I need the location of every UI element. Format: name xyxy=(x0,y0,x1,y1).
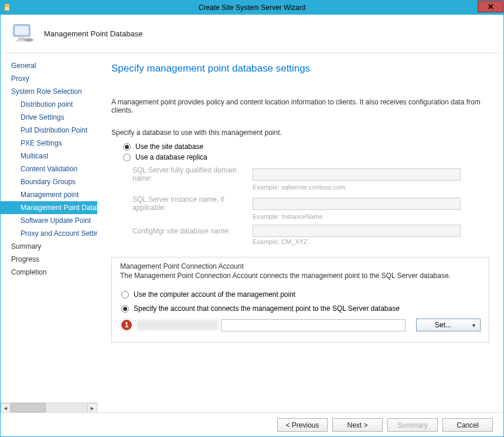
radio-icon xyxy=(123,154,131,161)
db-prompt: Specify a database to use with this mana… xyxy=(111,128,489,137)
radio-label: Use a database replica xyxy=(135,153,207,161)
svg-point-7 xyxy=(24,38,33,42)
nav-proxy-account[interactable]: Proxy and Account Settings xyxy=(1,227,97,240)
wizard-footer: < Previous Next > Summary Cancel xyxy=(1,412,503,437)
nav-multicast[interactable]: Multicast xyxy=(1,150,97,162)
svg-rect-2 xyxy=(5,6,9,7)
page-description: A management point provides policy and c… xyxy=(111,98,489,114)
cancel-button[interactable]: Cancel xyxy=(442,418,493,432)
radio-label: Use the site database xyxy=(135,143,203,151)
summary-button: Summary xyxy=(387,418,438,432)
nav-system-role[interactable]: System Role Selection xyxy=(1,85,97,98)
nav-mgmt-point[interactable]: Management point xyxy=(1,188,97,201)
sitedb-label: ConfigMgr site database name: xyxy=(132,227,253,235)
annotation-badge: 1 xyxy=(120,319,133,331)
app-icon xyxy=(3,3,12,12)
fqdn-example: Example: sqlserver.contoso.com xyxy=(253,184,489,191)
scroll-left-button[interactable]: ◄ xyxy=(1,403,11,412)
radio-icon xyxy=(121,291,129,299)
nav-progress[interactable]: Progress xyxy=(1,253,97,266)
monitor-icon xyxy=(10,21,36,47)
radio-computer-account[interactable]: Use the computer account of the manageme… xyxy=(121,290,481,299)
nav-drive-settings[interactable]: Drive Settings xyxy=(1,111,97,124)
set-button-label: Set... xyxy=(435,321,451,329)
radio-label: Use the computer account of the manageme… xyxy=(134,290,295,299)
nav-summary[interactable]: Summary xyxy=(1,240,97,253)
conn-desc: The Management Point Connection Account … xyxy=(120,272,481,280)
instance-input xyxy=(253,198,461,210)
radio-site-db[interactable]: Use the site database xyxy=(123,143,489,151)
scroll-right-button[interactable]: ► xyxy=(87,403,97,412)
nav-pull-dist[interactable]: Pull Distribution Point xyxy=(1,124,97,137)
account-input[interactable] xyxy=(221,319,406,331)
sitedb-example: Example: CM_XYZ xyxy=(253,238,489,245)
nav-mgmt-point-db[interactable]: Management Point Database xyxy=(1,201,97,214)
wizard-sidebar: General Proxy System Role Selection Dist… xyxy=(1,53,97,412)
radio-icon xyxy=(123,143,131,151)
conn-legend: Management Point Connection Account xyxy=(120,262,481,270)
radio-icon xyxy=(121,305,129,313)
svg-rect-0 xyxy=(5,4,9,11)
window-title: Create Site System Server Wizard xyxy=(199,4,306,12)
radio-label: Specify the account that connects the ma… xyxy=(134,304,400,313)
next-button[interactable]: Next > xyxy=(332,418,383,432)
connection-account-group: Management Point Connection Account The … xyxy=(111,257,489,343)
sitedb-input xyxy=(253,225,461,237)
nav-proxy[interactable]: Proxy xyxy=(1,72,97,85)
instance-example: Example: InstanceName xyxy=(253,213,489,220)
fqdn-label: SQL Server fully qualified domain name: xyxy=(132,166,253,182)
svg-rect-1 xyxy=(5,5,9,6)
close-button[interactable]: ✕ xyxy=(478,1,503,12)
page-title: Specify management point database settin… xyxy=(111,63,489,74)
wizard-main: Specify management point database settin… xyxy=(97,53,503,412)
wizard-header: Management Point Database xyxy=(1,15,503,53)
nav-boundary-groups[interactable]: Boundary Groups xyxy=(1,175,97,188)
nav-sup[interactable]: Software Update Point xyxy=(1,214,97,227)
set-button[interactable]: Set... xyxy=(416,319,481,331)
svg-rect-4 xyxy=(15,26,28,35)
instance-label: SQL Server instance name, if applicable: xyxy=(132,195,253,212)
fqdn-input xyxy=(253,168,461,181)
previous-button[interactable]: < Previous xyxy=(277,418,328,432)
nav-completion[interactable]: Completion xyxy=(1,266,97,279)
nav-content-validation[interactable]: Content Validation xyxy=(1,162,97,175)
titlebar: Create Site System Server Wizard ✕ xyxy=(1,1,503,15)
sidebar-scrollbar[interactable]: ◄ ► xyxy=(1,402,97,412)
nav-pxe[interactable]: PXE Settings xyxy=(1,137,97,150)
nav-general[interactable]: General xyxy=(1,59,97,72)
scroll-thumb[interactable] xyxy=(11,403,46,412)
radio-replica[interactable]: Use a database replica xyxy=(123,153,489,161)
account-name-redacted xyxy=(137,320,219,330)
page-header-title: Management Point Database xyxy=(44,29,142,38)
radio-specify-account[interactable]: Specify the account that connects the ma… xyxy=(121,304,481,313)
nav-distribution-point[interactable]: Distribution point xyxy=(1,98,97,111)
